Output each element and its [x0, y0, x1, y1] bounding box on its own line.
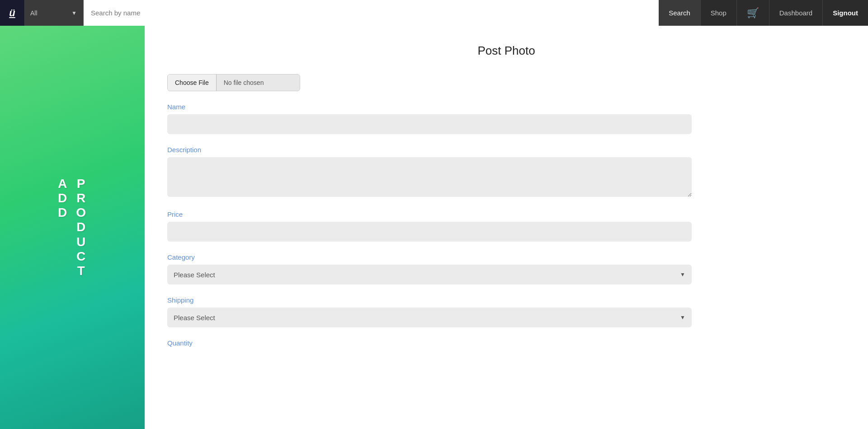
search-input[interactable]: [84, 0, 659, 26]
sidebar-letter-u: U: [76, 235, 86, 249]
quantity-field-group: Quantity: [167, 339, 692, 347]
sidebar-col-add: A D D: [58, 177, 68, 220]
name-field-group: Name: [167, 103, 692, 134]
search-button[interactable]: Search: [659, 0, 700, 26]
category-select-wrapper: Please Select Electronics Clothing Books…: [167, 265, 692, 284]
navbar: ü All Electronics Clothing Books ▼ Searc…: [0, 0, 868, 26]
add-product-form: Choose File No file chosen Name Descript…: [167, 74, 692, 347]
description-label: Description: [167, 146, 692, 154]
sidebar-letter-t: T: [77, 264, 86, 278]
sidebar: A D D P R O D U C T: [0, 26, 145, 429]
filter-select[interactable]: All Electronics Clothing Books: [30, 9, 69, 17]
price-input[interactable]: [167, 222, 692, 242]
sidebar-letter-dp: D: [76, 220, 86, 234]
cart-icon: 🛒: [747, 7, 759, 19]
file-input-wrapper: Choose File No file chosen: [167, 74, 300, 91]
description-input[interactable]: [167, 157, 692, 197]
chevron-down-icon: ▼: [71, 10, 77, 16]
logo: ü: [0, 0, 25, 26]
category-select[interactable]: Please Select Electronics Clothing Books…: [167, 265, 692, 284]
category-label: Category: [167, 253, 692, 261]
quantity-label: Quantity: [167, 339, 692, 347]
price-field-group: Price: [167, 210, 692, 242]
content-area: Post Photo Choose File No file chosen Na…: [145, 26, 868, 429]
name-label: Name: [167, 103, 692, 111]
shipping-label: Shipping: [167, 296, 692, 304]
sidebar-col-product: P R O D U C T: [76, 177, 87, 278]
sidebar-letter-r: R: [76, 191, 86, 205]
shipping-select-wrapper: Please Select Standard Express Overnight: [167, 308, 692, 327]
sidebar-letter-o: O: [76, 205, 87, 220]
category-field-group: Category Please Select Electronics Cloth…: [167, 253, 692, 284]
main-layout: A D D P R O D U C T Post Photo: [0, 26, 868, 429]
filter-dropdown[interactable]: All Electronics Clothing Books ▼: [25, 0, 84, 26]
file-upload-group: Choose File No file chosen: [167, 74, 692, 91]
dashboard-link[interactable]: Dashboard: [769, 0, 823, 26]
name-input[interactable]: [167, 114, 692, 134]
file-chosen-label: No file chosen: [217, 75, 300, 91]
sidebar-letter-a: A: [58, 177, 68, 191]
price-label: Price: [167, 210, 692, 218]
cart-button[interactable]: 🛒: [736, 0, 769, 26]
sidebar-letter-p: P: [77, 177, 86, 191]
search-bar: [84, 0, 659, 26]
description-field-group: Description: [167, 146, 692, 199]
choose-file-button[interactable]: Choose File: [168, 75, 217, 91]
sidebar-text: A D D P R O D U C T: [58, 177, 87, 278]
page-title: Post Photo: [167, 44, 845, 58]
sidebar-letter-c: C: [76, 249, 86, 264]
shipping-select[interactable]: Please Select Standard Express Overnight: [167, 308, 692, 327]
shipping-field-group: Shipping Please Select Standard Express …: [167, 296, 692, 327]
shop-link[interactable]: Shop: [700, 0, 736, 26]
sidebar-letter-d1: D: [58, 191, 68, 205]
sidebar-letter-d2: D: [58, 205, 68, 220]
signout-button[interactable]: Signout: [823, 0, 868, 26]
